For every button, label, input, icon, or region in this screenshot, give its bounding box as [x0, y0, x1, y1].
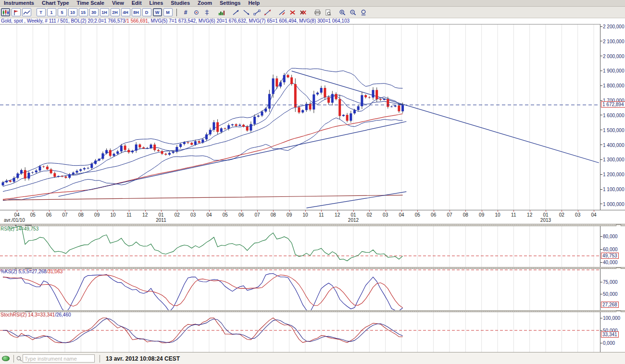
month-label: 09 — [94, 212, 100, 218]
line-chart-button[interactable] — [22, 8, 31, 16]
timeframe-30-button[interactable]: 30 — [89, 8, 99, 16]
time-tick — [562, 210, 562, 212]
zoom-out-icon — [350, 9, 357, 16]
month-label: 10 — [110, 212, 115, 218]
extended-line-tool[interactable] — [263, 8, 272, 16]
menu-lines[interactable]: Lines — [146, 0, 167, 6]
price-tick-label: 1 900,000 — [603, 68, 625, 73]
zoom-in-tool[interactable] — [338, 8, 347, 16]
timeframe-2h-button[interactable]: 2H — [111, 8, 120, 16]
time-tick — [273, 210, 274, 212]
month-label: 12 — [527, 212, 532, 218]
rsi-panel-plot[interactable]: RSI(2) 14=49,753 — [0, 226, 600, 267]
stochastic-panel-plot[interactable]: %KS(2) 5,5,5=27,268/31,063 — [0, 269, 600, 310]
time-tick — [513, 210, 514, 212]
print-preview-icon — [325, 9, 332, 16]
candlestick-chart-button[interactable] — [1, 8, 10, 16]
stochastic-label: %KS(2) 5,5,5=27,268/31,063 — [0, 269, 62, 274]
month-label: 10 — [495, 212, 500, 218]
time-tick — [97, 210, 98, 212]
edit-line-icon — [278, 9, 286, 16]
timeframe-1h-button[interactable]: 1H — [100, 8, 109, 16]
timeframe-t-button[interactable]: T — [37, 8, 46, 16]
timeframe-1-button[interactable]: 1 — [47, 8, 56, 16]
splitter-grip-icon — [25, 225, 32, 226]
trendline-tool[interactable] — [231, 8, 240, 16]
rsi-label-segment: RSI(2) 14=49,753 — [0, 226, 38, 231]
stochrsi-label: StochRSI(2) 14,3=33,341/26,460 — [0, 312, 71, 317]
price-tick-label: 2 200,000 — [603, 24, 625, 29]
time-tick — [369, 210, 370, 212]
extended-line-icon — [264, 9, 271, 16]
timeframe-8h-button[interactable]: 8H — [132, 8, 141, 16]
zoom-out-tool[interactable] — [349, 8, 358, 16]
timeframe-15-button[interactable]: 15 — [79, 8, 88, 16]
price-tick — [600, 204, 602, 204]
month-label: 05 — [30, 212, 36, 218]
time-tick — [257, 210, 258, 212]
separator — [100, 355, 100, 363]
crosshair-tool[interactable]: # — [181, 8, 190, 16]
volume-tool[interactable] — [217, 8, 226, 16]
instrument-search-input[interactable] — [23, 354, 95, 363]
month-label: 04 — [14, 212, 19, 218]
month-label: 07 — [254, 212, 260, 218]
segment-line-tool[interactable] — [252, 8, 262, 16]
stochrsi-tick — [600, 318, 602, 318]
segment-line-icon — [253, 9, 261, 16]
price-tick — [600, 41, 602, 41]
delete-line-tool[interactable] — [288, 8, 297, 16]
timeframe-w-button[interactable]: W — [153, 8, 162, 16]
month-label: 06 — [46, 212, 51, 218]
month-label: 04 — [591, 212, 596, 218]
menu-studies[interactable]: Studies — [167, 0, 194, 6]
timeframe-d-button[interactable]: D — [142, 8, 151, 16]
pan-chart-button[interactable] — [12, 8, 21, 16]
year-label: 2011 — [156, 218, 166, 223]
menu-chart-type[interactable]: Chart Type — [38, 0, 73, 6]
price-tick — [600, 100, 602, 101]
stochrsi-panel-plot[interactable]: StochRSI(2) 14,3=33,341/26,460 — [0, 312, 600, 352]
month-label: 12 — [335, 212, 340, 218]
price-levels-tool[interactable] — [202, 8, 212, 16]
trendline[interactable] — [292, 71, 599, 163]
menu-bar: InstrumentsChart TypeTime ScaleViewEditL… — [0, 0, 625, 7]
time-tick — [81, 210, 81, 212]
timeframe-m-button[interactable]: M — [163, 8, 173, 16]
time-tick — [305, 210, 306, 212]
edit-line-tool[interactable] — [277, 8, 287, 16]
rsi-tick-label: 80,000 — [603, 234, 618, 239]
timeframe-4h-button[interactable]: 4H — [121, 8, 130, 16]
print-preview-tool[interactable] — [324, 8, 333, 16]
stochrsi-label-segment: /26,460 — [55, 312, 71, 317]
chart-title: Gold, spot , Weekly, # 111 / 501, BOL(2)… — [0, 18, 625, 24]
month-label: 12 — [142, 212, 148, 218]
menu-instruments[interactable]: Instruments — [0, 0, 38, 6]
price-tick-label: 1 800,000 — [603, 83, 625, 88]
main-chart-svg — [0, 24, 600, 210]
magnet-tool[interactable] — [192, 8, 201, 16]
ray-line-tool[interactable] — [242, 8, 251, 16]
trendline[interactable] — [59, 121, 407, 196]
menu-time-scale[interactable]: Time Scale — [73, 0, 108, 6]
menu-help[interactable]: Help — [244, 0, 263, 6]
menu-view[interactable]: View — [108, 0, 128, 6]
timeframe-5-button[interactable]: 5 — [58, 8, 67, 16]
timeframe-10-button[interactable]: 10 — [68, 8, 77, 16]
month-label: 01 — [543, 212, 548, 218]
time-tick — [434, 210, 434, 212]
zoom-reset-tool[interactable] — [359, 8, 368, 16]
month-label: 11 — [511, 212, 516, 218]
month-label: 02 — [175, 212, 180, 218]
time-tick — [33, 210, 33, 212]
price-tick — [600, 85, 602, 86]
menu-zoom[interactable]: Zoom — [194, 0, 216, 6]
time-tick — [129, 210, 129, 212]
delete-all-icon — [300, 9, 307, 16]
print-tool[interactable] — [313, 8, 322, 16]
delete-all-lines-tool[interactable] — [299, 8, 308, 16]
menu-settings[interactable]: Settings — [216, 0, 244, 6]
time-tick — [113, 210, 113, 212]
menu-edit[interactable]: Edit — [128, 0, 146, 6]
main-chart-plot[interactable] — [0, 24, 600, 210]
